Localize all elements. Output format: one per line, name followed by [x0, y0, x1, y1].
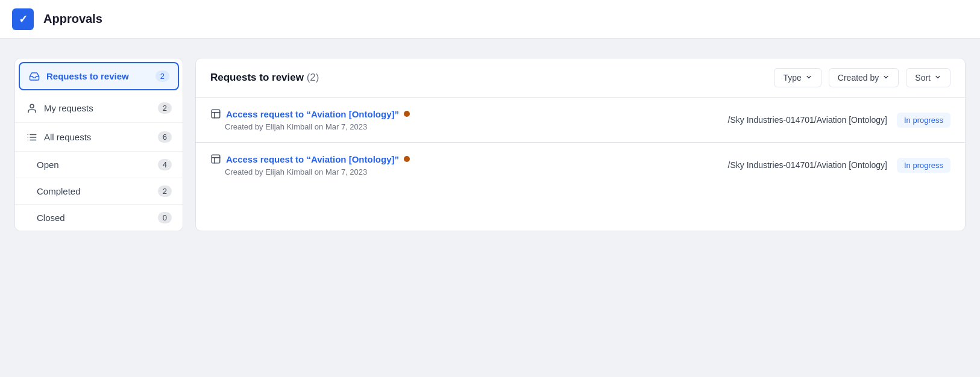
request-info-0: Access request to “Aviation [Ontology]” … — [210, 108, 709, 131]
sidebar-item-requests-to-review[interactable]: Requests to review 2 — [19, 62, 179, 90]
request-title-row-1: Access request to “Aviation [Ontology]” — [210, 154, 709, 164]
main-content: Requests to review 2 My requests 2 — [0, 39, 980, 251]
sidebar: Requests to review 2 My requests 2 — [14, 58, 183, 231]
request-path-0: /Sky Industries-014701/Aviation [Ontolog… — [718, 115, 887, 125]
chevron-down-icon-3 — [934, 73, 941, 83]
app-title: Approvals — [43, 12, 102, 26]
request-meta-0: Created by Elijah Kimball on Mar 7, 2023 — [210, 122, 709, 131]
sidebar-sub-item-open[interactable]: Open 4 — [15, 152, 183, 178]
panel-title: Requests to review (2) — [210, 72, 767, 84]
request-row-0: Access request to “Aviation [Ontology]” … — [196, 98, 965, 143]
request-meta-1: Created by Elijah Kimball on Mar 7, 2023 — [210, 167, 709, 176]
status-dot-0 — [404, 111, 410, 117]
svg-rect-7 — [212, 110, 220, 118]
request-path-1: /Sky Industries-014701/Aviation [Ontolog… — [718, 160, 887, 170]
sidebar-sub-label-completed: Completed — [37, 186, 158, 196]
sidebar-badge-all-requests: 6 — [158, 131, 172, 143]
svg-rect-8 — [212, 155, 220, 163]
sidebar-sub-badge-open: 4 — [158, 159, 172, 170]
inbox-icon — [28, 71, 40, 82]
access-request-icon-1 — [210, 154, 221, 164]
sidebar-item-label-my-requests: My requests — [44, 103, 152, 113]
app-header: ✓ Approvals — [0, 0, 980, 39]
panel-header: Requests to review (2) Type Created by — [196, 58, 965, 98]
sidebar-sub-badge-closed: 0 — [158, 212, 172, 223]
sidebar-item-my-requests[interactable]: My requests 2 — [15, 94, 183, 123]
type-filter-button[interactable]: Type — [774, 68, 821, 87]
chevron-down-icon — [805, 73, 812, 83]
created-by-filter-button[interactable]: Created by — [829, 68, 899, 87]
access-request-icon-0 — [210, 108, 221, 119]
list-icon — [26, 132, 38, 143]
sidebar-sub-item-closed[interactable]: Closed 0 — [15, 205, 183, 231]
sidebar-item-label-requests-to-review: Requests to review — [46, 71, 149, 81]
sidebar-item-label-all-requests: All requests — [44, 132, 152, 142]
sidebar-sub-item-completed[interactable]: Completed 2 — [15, 178, 183, 205]
status-badge-1: In progress — [897, 158, 950, 173]
app-icon: ✓ — [12, 8, 34, 30]
main-panel: Requests to review (2) Type Created by — [195, 58, 966, 231]
sort-button[interactable]: Sort — [906, 68, 950, 87]
request-row-1: Access request to “Aviation [Ontology]” … — [196, 143, 965, 187]
sidebar-sub-label-open: Open — [37, 160, 158, 170]
status-dot-1 — [404, 156, 410, 162]
sidebar-badge-requests-to-review: 2 — [155, 70, 169, 82]
request-title-1[interactable]: Access request to “Aviation [Ontology]” — [226, 154, 399, 164]
sidebar-badge-my-requests: 2 — [158, 102, 172, 114]
sidebar-sub-items: Open 4 Completed 2 Closed 0 — [15, 152, 183, 231]
svg-point-0 — [30, 104, 34, 108]
request-title-row-0: Access request to “Aviation [Ontology]” — [210, 108, 709, 119]
status-badge-0: In progress — [897, 113, 950, 128]
panel-count: (2) — [307, 72, 319, 83]
request-info-1: Access request to “Aviation [Ontology]” … — [210, 154, 709, 176]
chevron-down-icon-2 — [882, 73, 890, 83]
sidebar-sub-badge-completed: 2 — [158, 185, 172, 197]
sidebar-sub-label-closed: Closed — [37, 213, 158, 223]
request-title-0[interactable]: Access request to “Aviation [Ontology]” — [226, 109, 399, 119]
person-icon — [26, 103, 38, 114]
sidebar-item-all-requests[interactable]: All requests 6 — [15, 123, 183, 152]
